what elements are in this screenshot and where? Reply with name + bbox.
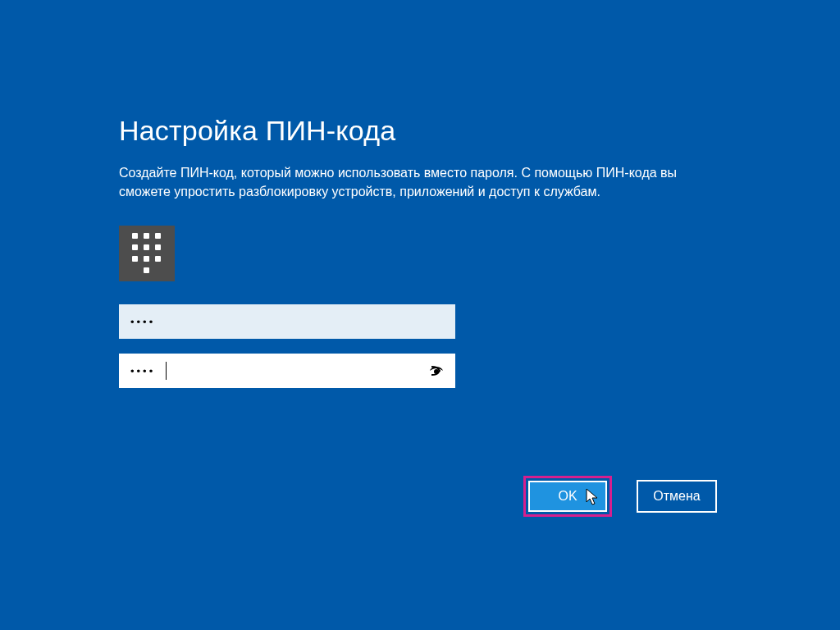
dialog-button-row: OK Отмена (523, 476, 717, 517)
keypad-icon (119, 226, 175, 281)
password-reveal-eye-icon[interactable] (427, 362, 445, 380)
dialog-title: Настройка ПИН-кода (119, 115, 722, 147)
pin-setup-dialog: Настройка ПИН-кода Создайте ПИН-код, кот… (119, 115, 722, 403)
text-caret (166, 362, 167, 380)
dialog-description: Создайте ПИН-код, который можно использо… (119, 163, 722, 201)
pin-input[interactable] (119, 304, 455, 339)
cancel-button[interactable]: Отмена (637, 480, 717, 513)
pin-input-value[interactable] (129, 315, 445, 329)
ok-button-highlight: OK (523, 476, 612, 517)
pin-confirm-value[interactable] (129, 364, 424, 378)
ok-button[interactable]: OK (528, 481, 607, 512)
pin-confirm-input[interactable] (119, 354, 455, 388)
svg-point-0 (434, 369, 439, 374)
